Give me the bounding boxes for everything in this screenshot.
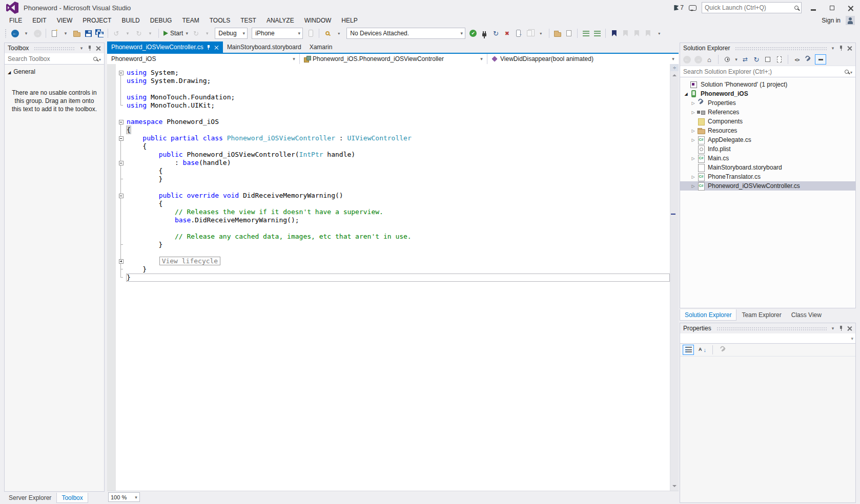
collapse-region-toggle[interactable] (119, 71, 124, 75)
property-pages-button[interactable] (718, 345, 729, 355)
connect-device-button[interactable] (479, 28, 489, 39)
stop-build-button[interactable] (502, 28, 512, 39)
profiler-button[interactable] (322, 28, 333, 39)
search-icon[interactable] (794, 6, 798, 10)
toolbox-group-general[interactable]: General (5, 65, 104, 77)
previous-bookmark-button[interactable] (620, 28, 630, 39)
redo-dropdown[interactable] (145, 28, 155, 39)
restart-dropdown[interactable] (202, 28, 212, 39)
expand-region-toggle[interactable] (119, 259, 124, 264)
tree-item-components[interactable]: Components (680, 117, 855, 126)
open-file-button[interactable] (72, 28, 82, 39)
navigate-forward-button[interactable] (32, 28, 43, 39)
drag-handle[interactable] (735, 47, 827, 50)
toolbar-overflow-1[interactable] (334, 28, 344, 39)
device-pair-button[interactable] (305, 28, 316, 39)
collapse-region-toggle[interactable] (119, 120, 124, 124)
pin-icon[interactable] (207, 45, 211, 50)
menu-test[interactable]: TEST (235, 16, 261, 25)
decrease-indent-button[interactable] (581, 28, 591, 39)
tab-toolbox[interactable]: Toolbox (56, 493, 88, 503)
pin-button[interactable] (86, 44, 94, 52)
feedback-icon[interactable] (689, 5, 697, 11)
window-position-menu[interactable] (77, 44, 86, 52)
se-refresh-button[interactable] (752, 55, 761, 64)
tab-server-explorer[interactable]: Server Explorer (4, 493, 56, 503)
properties-object-combo[interactable] (680, 333, 855, 344)
clear-bookmarks-button[interactable] (643, 28, 653, 39)
navigate-backward-button[interactable] (10, 28, 20, 39)
se-collapse-all-button[interactable] (763, 55, 772, 64)
expand-arrow-icon[interactable] (689, 175, 697, 179)
close-button[interactable] (844, 2, 857, 13)
expand-arrow-icon[interactable] (689, 184, 697, 188)
tree-item-main-cs[interactable]: Main.cs (680, 154, 855, 163)
save-all-button[interactable] (94, 28, 105, 39)
new-file-dropdown[interactable] (60, 28, 71, 39)
sign-in-link[interactable]: Sign in (822, 17, 841, 24)
start-debugging-button[interactable]: Start (162, 28, 190, 39)
tab-solution-explorer[interactable]: Solution Explorer (680, 309, 736, 321)
tab-phoneword-iosviewcontroller-cs[interactable]: Phoneword_iOSViewController.cs (107, 41, 223, 53)
menu-edit[interactable]: EDIT (27, 16, 51, 25)
redo-button[interactable] (134, 28, 144, 39)
collapse-arrow-icon[interactable] (682, 92, 690, 96)
deploy-device-button[interactable] (513, 28, 523, 39)
expand-arrow-icon[interactable] (689, 101, 697, 106)
se-back-button[interactable] (682, 55, 691, 64)
solution-explorer-search[interactable] (680, 66, 855, 77)
restart-button[interactable] (191, 28, 201, 39)
scroll-up-arrow[interactable] (672, 72, 677, 76)
minimize-button[interactable] (807, 2, 820, 13)
collapse-region-toggle[interactable] (119, 161, 124, 165)
type-dropdown[interactable]: Phoneword_iOS.Phoneword_iOSViewControlle… (300, 54, 487, 64)
window-position-menu[interactable] (829, 324, 837, 332)
expand-arrow-icon[interactable] (689, 138, 697, 142)
expand-arrow-icon[interactable] (689, 156, 697, 161)
drag-handle[interactable] (716, 327, 827, 330)
split-window-handle[interactable] (670, 64, 679, 71)
se-forward-button[interactable] (693, 55, 703, 64)
menu-window[interactable]: WINDOW (299, 16, 337, 25)
new-file-button[interactable] (49, 28, 59, 39)
menu-project[interactable]: PROJECT (77, 16, 116, 25)
tree-item-info-plist[interactable]: Info.plist (680, 144, 855, 154)
solution-configurations-combo[interactable]: Debug (215, 28, 248, 39)
drag-handle[interactable] (34, 47, 75, 50)
user-account-icon[interactable] (846, 16, 855, 25)
save-button[interactable] (83, 28, 93, 39)
tree-item-phoneword-ios[interactable]: Phoneword_iOS (680, 89, 855, 98)
restore-button[interactable] (825, 2, 838, 13)
device-target-combo[interactable]: No Devices Attached. (346, 28, 465, 39)
window-position-menu[interactable] (829, 44, 837, 52)
tab-xamarin[interactable]: Xamarin (305, 41, 337, 53)
menu-debug[interactable]: DEBUG (145, 16, 177, 25)
chevron-down-icon[interactable] (734, 57, 739, 62)
tab-mainstoryboard-storyboard[interactable]: MainStoryboard.storyboard (223, 41, 305, 53)
tree-item-references[interactable]: References (680, 108, 855, 117)
tree-item-phoneword-iosviewcontroller-cs[interactable]: Phoneword_iOSViewController.cs (680, 181, 855, 191)
tree-item-properties[interactable]: Properties (680, 98, 855, 108)
build-check-button[interactable] (468, 28, 478, 39)
tab-class-view[interactable]: Class View (787, 309, 826, 321)
menu-analyze[interactable]: ANALYZE (261, 16, 299, 25)
next-bookmark-button[interactable] (631, 28, 642, 39)
vertical-scrollbar[interactable] (670, 64, 679, 491)
menu-tools[interactable]: TOOLS (204, 16, 235, 25)
toolbar-overflow-2[interactable] (536, 28, 546, 39)
close-panel-button[interactable] (845, 44, 853, 52)
toolbox-search-input[interactable] (8, 55, 93, 62)
close-panel-button[interactable] (94, 44, 102, 52)
menu-file[interactable]: FILE (4, 16, 27, 25)
increase-indent-button[interactable] (592, 28, 602, 39)
se-properties-button[interactable] (804, 55, 813, 64)
tree-item-mainstoryboard-storyboard[interactable]: MainStoryboard.storyboard (680, 163, 855, 172)
expand-arrow-icon[interactable] (689, 129, 697, 133)
collapse-region-toggle[interactable] (119, 136, 124, 141)
collapsed-region[interactable]: View lifecycle (159, 257, 221, 265)
se-home-button[interactable] (705, 55, 714, 64)
quick-launch-input[interactable] (705, 4, 794, 11)
code-area[interactable]: using System;using System.Drawing;using … (116, 64, 670, 491)
tree-item-solution-phoneword-1-project[interactable]: Solution 'Phoneword' (1 project) (680, 80, 855, 89)
pin-button[interactable] (837, 44, 845, 52)
